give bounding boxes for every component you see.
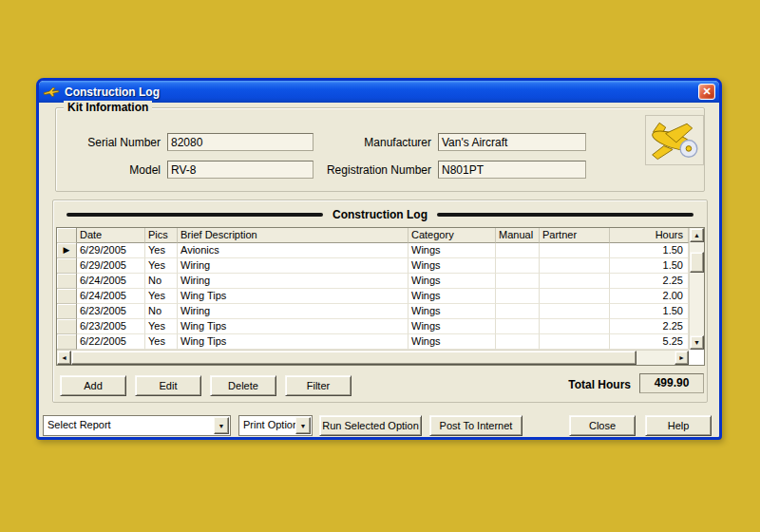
scroll-right-icon[interactable]: ►: [674, 351, 689, 365]
cell-partner[interactable]: [540, 243, 610, 258]
add-button[interactable]: Add: [60, 375, 126, 396]
cell-date[interactable]: 6/29/2005: [77, 258, 145, 274]
cell-partner[interactable]: [540, 258, 610, 274]
cell-hours[interactable]: 1.50: [610, 304, 689, 319]
cell-manual[interactable]: [496, 258, 540, 274]
cell-brief-description[interactable]: Avionics: [178, 243, 408, 258]
close-button[interactable]: Close: [569, 415, 636, 436]
cell-hours[interactable]: 1.50: [610, 258, 689, 274]
row-selector-cell[interactable]: [57, 274, 77, 289]
chevron-down-icon[interactable]: ▼: [295, 417, 311, 434]
column-header-date[interactable]: Date: [77, 228, 145, 243]
construction-log-panel: Construction Log Date Pics Brief Descrip…: [52, 200, 708, 403]
cell-category[interactable]: Wings: [408, 304, 496, 319]
table-row[interactable]: 6/22/2005 Yes Wing Tips Wings 5.25: [57, 334, 689, 350]
post-to-internet-button[interactable]: Post To Internet: [429, 415, 522, 436]
column-header-category[interactable]: Category: [408, 228, 496, 243]
row-selector-cell[interactable]: [57, 258, 77, 274]
cell-partner[interactable]: [540, 289, 610, 304]
row-selector-cell[interactable]: ▶: [57, 243, 77, 258]
section-header: Construction Log: [66, 208, 694, 221]
column-header-partner[interactable]: Partner: [540, 228, 610, 243]
cell-partner[interactable]: [540, 334, 610, 350]
vertical-scroll-thumb[interactable]: [690, 252, 704, 273]
table-row[interactable]: ▶ 6/29/2005 Yes Avionics Wings 1.50: [57, 243, 689, 258]
cell-category[interactable]: Wings: [408, 274, 496, 289]
cell-hours[interactable]: 2.00: [610, 289, 689, 304]
model-label: Model: [56, 163, 161, 177]
cell-date[interactable]: 6/23/2005: [77, 319, 145, 334]
table-row[interactable]: 6/24/2005 Yes Wing Tips Wings 2.00: [57, 289, 689, 304]
cell-date[interactable]: 6/22/2005: [77, 334, 145, 350]
cell-brief-description[interactable]: Wiring: [178, 304, 408, 319]
filter-button[interactable]: Filter: [285, 375, 352, 396]
cell-manual[interactable]: [496, 304, 540, 319]
horizontal-scrollbar[interactable]: ◄ ►: [57, 350, 689, 365]
row-selector-cell[interactable]: [57, 334, 77, 350]
run-selected-option-button[interactable]: Run Selected Option: [319, 415, 422, 436]
cell-partner[interactable]: [540, 274, 610, 289]
delete-button[interactable]: Delete: [210, 375, 276, 396]
report-dropdown-value: Select Report: [48, 419, 111, 430]
cell-manual[interactable]: [496, 289, 540, 304]
report-dropdown[interactable]: Select Report ▼: [43, 415, 231, 436]
column-header-manual[interactable]: Manual: [496, 228, 540, 243]
cell-date[interactable]: 6/24/2005: [77, 274, 145, 289]
cell-manual[interactable]: [496, 243, 540, 258]
scroll-up-icon[interactable]: ▲: [690, 228, 704, 242]
registration-number-field[interactable]: N801PT: [438, 161, 586, 179]
row-selector-cell[interactable]: [57, 289, 77, 304]
cell-pics[interactable]: Yes: [145, 289, 178, 304]
help-button[interactable]: Help: [645, 415, 712, 436]
column-header-description[interactable]: Brief Description: [178, 228, 408, 243]
cell-partner[interactable]: [540, 304, 610, 319]
cell-date[interactable]: 6/23/2005: [77, 304, 145, 319]
cell-pics[interactable]: No: [145, 304, 178, 319]
cell-brief-description[interactable]: Wing Tips: [178, 289, 408, 304]
section-title: Construction Log: [332, 208, 428, 221]
column-header-pics[interactable]: Pics: [145, 228, 178, 243]
cell-pics[interactable]: Yes: [145, 243, 178, 258]
cell-manual[interactable]: [496, 334, 540, 350]
cell-hours[interactable]: 2.25: [610, 274, 689, 289]
vertical-scrollbar[interactable]: ▲ ▼: [689, 228, 704, 350]
airplane-icon: [43, 86, 60, 98]
chevron-down-icon[interactable]: ▼: [214, 417, 229, 434]
cell-hours[interactable]: 5.25: [610, 334, 689, 350]
cell-hours[interactable]: 1.50: [610, 243, 689, 258]
table-row[interactable]: 6/24/2005 No Wiring Wings 2.25: [57, 274, 689, 289]
cell-manual[interactable]: [496, 319, 540, 334]
cell-category[interactable]: Wings: [408, 334, 496, 350]
scroll-down-icon[interactable]: ▼: [690, 335, 704, 350]
edit-button[interactable]: Edit: [135, 375, 201, 396]
cell-brief-description[interactable]: Wiring: [178, 274, 408, 289]
scroll-left-icon[interactable]: ◄: [57, 351, 71, 365]
table-row[interactable]: 6/29/2005 Yes Wiring Wings 1.50: [57, 258, 689, 274]
cell-date[interactable]: 6/29/2005: [77, 243, 145, 258]
cell-category[interactable]: Wings: [408, 319, 496, 334]
cell-manual[interactable]: [496, 274, 540, 289]
cell-pics[interactable]: No: [145, 274, 178, 289]
table-row[interactable]: 6/23/2005 No Wiring Wings 1.50: [57, 304, 689, 319]
column-header-hours[interactable]: Hours: [610, 228, 689, 243]
cell-brief-description[interactable]: Wing Tips: [178, 334, 408, 350]
cell-pics[interactable]: Yes: [145, 258, 178, 274]
row-selector-cell[interactable]: [57, 319, 77, 334]
cell-category[interactable]: Wings: [408, 258, 496, 274]
cell-date[interactable]: 6/24/2005: [77, 289, 145, 304]
titlebar[interactable]: Construction Log ✕: [39, 81, 719, 103]
print-option-dropdown[interactable]: Print Option ▼: [238, 415, 313, 436]
table-row[interactable]: 6/23/2005 Yes Wing Tips Wings 2.25: [57, 319, 689, 334]
cell-brief-description[interactable]: Wiring: [178, 258, 408, 274]
cell-category[interactable]: Wings: [408, 243, 496, 258]
close-icon[interactable]: ✕: [698, 84, 715, 100]
cell-pics[interactable]: Yes: [145, 334, 178, 350]
row-selector-cell[interactable]: [57, 304, 77, 319]
cell-hours[interactable]: 2.25: [610, 319, 689, 334]
horizontal-scroll-thumb[interactable]: [71, 351, 636, 365]
cell-partner[interactable]: [540, 319, 610, 334]
cell-brief-description[interactable]: Wing Tips: [178, 319, 408, 334]
manufacturer-field[interactable]: Van's Aircraft: [438, 133, 586, 151]
cell-category[interactable]: Wings: [408, 289, 496, 304]
cell-pics[interactable]: Yes: [145, 319, 178, 334]
